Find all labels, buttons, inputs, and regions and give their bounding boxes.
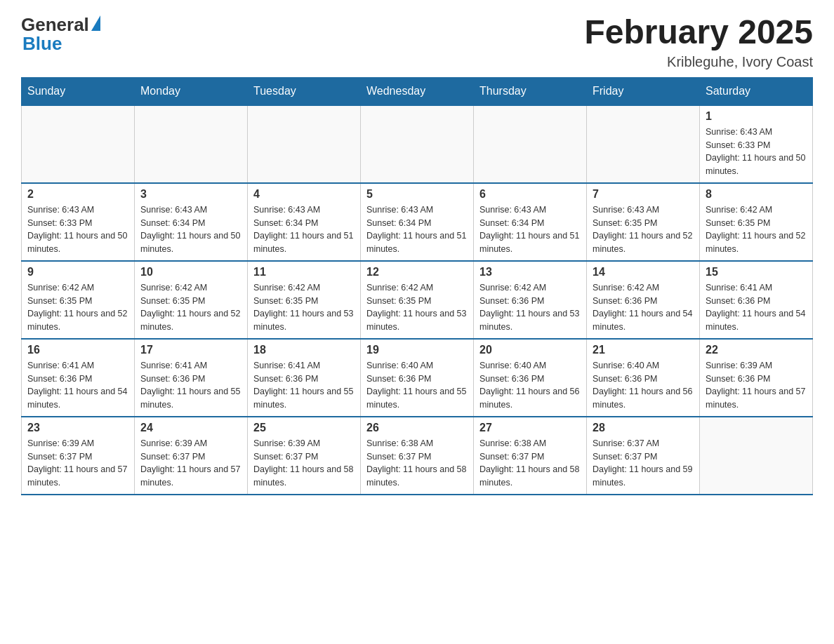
day-number: 21	[593, 344, 694, 356]
logo-triangle-icon	[91, 15, 100, 31]
day-number: 26	[366, 422, 468, 434]
day-info: Sunrise: 6:41 AM Sunset: 6:36 PM Dayligh…	[27, 359, 128, 412]
day-number: 23	[27, 422, 128, 434]
day-info: Sunrise: 6:42 AM Sunset: 6:35 PM Dayligh…	[253, 281, 355, 334]
week-row-4: 16Sunrise: 6:41 AM Sunset: 6:36 PM Dayli…	[22, 339, 813, 417]
calendar-cell: 14Sunrise: 6:42 AM Sunset: 6:36 PM Dayli…	[587, 261, 700, 339]
day-info: Sunrise: 6:40 AM Sunset: 6:36 PM Dayligh…	[479, 359, 581, 412]
calendar-cell: 24Sunrise: 6:39 AM Sunset: 6:37 PM Dayli…	[135, 417, 248, 495]
calendar-cell: 10Sunrise: 6:42 AM Sunset: 6:35 PM Dayli…	[135, 261, 248, 339]
month-title: February 2025	[584, 14, 813, 51]
day-number: 28	[593, 422, 694, 434]
day-info: Sunrise: 6:39 AM Sunset: 6:36 PM Dayligh…	[706, 359, 807, 412]
day-info: Sunrise: 6:38 AM Sunset: 6:37 PM Dayligh…	[366, 437, 468, 490]
week-row-1: 1Sunrise: 6:43 AM Sunset: 6:33 PM Daylig…	[22, 105, 813, 183]
day-info: Sunrise: 6:43 AM Sunset: 6:34 PM Dayligh…	[479, 203, 581, 256]
header-thursday: Thursday	[474, 77, 587, 105]
day-number: 13	[479, 266, 581, 279]
calendar-cell	[361, 105, 474, 183]
calendar-cell: 17Sunrise: 6:41 AM Sunset: 6:36 PM Dayli…	[135, 339, 248, 417]
day-info: Sunrise: 6:37 AM Sunset: 6:37 PM Dayligh…	[593, 437, 694, 490]
week-row-2: 2Sunrise: 6:43 AM Sunset: 6:33 PM Daylig…	[22, 183, 813, 261]
calendar-cell	[474, 105, 587, 183]
calendar-cell: 16Sunrise: 6:41 AM Sunset: 6:36 PM Dayli…	[22, 339, 135, 417]
calendar-cell: 13Sunrise: 6:42 AM Sunset: 6:36 PM Dayli…	[474, 261, 587, 339]
calendar-cell: 22Sunrise: 6:39 AM Sunset: 6:36 PM Dayli…	[700, 339, 813, 417]
calendar-cell	[248, 105, 361, 183]
day-info: Sunrise: 6:39 AM Sunset: 6:37 PM Dayligh…	[27, 437, 128, 490]
day-number: 25	[253, 422, 355, 434]
header-monday: Monday	[135, 77, 248, 105]
calendar-cell: 25Sunrise: 6:39 AM Sunset: 6:37 PM Dayli…	[248, 417, 361, 495]
calendar-cell: 8Sunrise: 6:42 AM Sunset: 6:35 PM Daylig…	[700, 183, 813, 261]
calendar-cell: 1Sunrise: 6:43 AM Sunset: 6:33 PM Daylig…	[700, 105, 813, 183]
calendar-cell	[22, 105, 135, 183]
day-number: 2	[27, 188, 128, 201]
calendar-cell: 26Sunrise: 6:38 AM Sunset: 6:37 PM Dayli…	[361, 417, 474, 495]
calendar-cell: 7Sunrise: 6:43 AM Sunset: 6:35 PM Daylig…	[587, 183, 700, 261]
calendar-cell: 21Sunrise: 6:40 AM Sunset: 6:36 PM Dayli…	[587, 339, 700, 417]
week-row-5: 23Sunrise: 6:39 AM Sunset: 6:37 PM Dayli…	[22, 417, 813, 495]
header-wednesday: Wednesday	[361, 77, 474, 105]
day-info: Sunrise: 6:42 AM Sunset: 6:35 PM Dayligh…	[140, 281, 241, 334]
day-number: 15	[706, 266, 807, 279]
calendar-cell: 11Sunrise: 6:42 AM Sunset: 6:35 PM Dayli…	[248, 261, 361, 339]
logo-text-blue: Blue	[22, 33, 62, 55]
header-saturday: Saturday	[700, 77, 813, 105]
calendar-cell: 4Sunrise: 6:43 AM Sunset: 6:34 PM Daylig…	[248, 183, 361, 261]
day-info: Sunrise: 6:43 AM Sunset: 6:34 PM Dayligh…	[253, 203, 355, 256]
day-number: 10	[140, 266, 241, 279]
day-number: 20	[479, 344, 581, 356]
calendar-cell: 12Sunrise: 6:42 AM Sunset: 6:35 PM Dayli…	[361, 261, 474, 339]
day-info: Sunrise: 6:42 AM Sunset: 6:36 PM Dayligh…	[593, 281, 694, 334]
weekday-header-row: SundayMondayTuesdayWednesdayThursdayFrid…	[22, 77, 813, 105]
location: Kribleguhe, Ivory Coast	[584, 54, 813, 70]
calendar-table: SundayMondayTuesdayWednesdayThursdayFrid…	[21, 77, 813, 495]
calendar-cell: 18Sunrise: 6:41 AM Sunset: 6:36 PM Dayli…	[248, 339, 361, 417]
day-info: Sunrise: 6:42 AM Sunset: 6:35 PM Dayligh…	[366, 281, 468, 334]
day-number: 11	[253, 266, 355, 279]
day-info: Sunrise: 6:40 AM Sunset: 6:36 PM Dayligh…	[366, 359, 468, 412]
calendar-cell	[135, 105, 248, 183]
day-info: Sunrise: 6:43 AM Sunset: 6:34 PM Dayligh…	[140, 203, 241, 256]
calendar-cell: 2Sunrise: 6:43 AM Sunset: 6:33 PM Daylig…	[22, 183, 135, 261]
day-number: 6	[479, 188, 581, 201]
calendar-cell	[700, 417, 813, 495]
day-info: Sunrise: 6:43 AM Sunset: 6:33 PM Dayligh…	[27, 203, 128, 256]
day-number: 22	[706, 344, 807, 356]
day-info: Sunrise: 6:41 AM Sunset: 6:36 PM Dayligh…	[706, 281, 807, 334]
day-number: 1	[706, 110, 807, 123]
day-info: Sunrise: 6:40 AM Sunset: 6:36 PM Dayligh…	[593, 359, 694, 412]
calendar-cell: 3Sunrise: 6:43 AM Sunset: 6:34 PM Daylig…	[135, 183, 248, 261]
day-number: 27	[479, 422, 581, 434]
calendar-cell: 27Sunrise: 6:38 AM Sunset: 6:37 PM Dayli…	[474, 417, 587, 495]
day-number: 24	[140, 422, 241, 434]
day-number: 16	[27, 344, 128, 356]
day-number: 8	[706, 188, 807, 201]
day-number: 9	[27, 266, 128, 279]
day-number: 19	[366, 344, 468, 356]
day-number: 17	[140, 344, 241, 356]
day-number: 7	[593, 188, 694, 201]
day-number: 4	[253, 188, 355, 201]
logo: General Blue	[21, 14, 100, 55]
header-friday: Friday	[587, 77, 700, 105]
day-info: Sunrise: 6:39 AM Sunset: 6:37 PM Dayligh…	[140, 437, 241, 490]
day-info: Sunrise: 6:43 AM Sunset: 6:33 PM Dayligh…	[706, 126, 807, 178]
day-info: Sunrise: 6:43 AM Sunset: 6:34 PM Dayligh…	[366, 203, 468, 256]
header-sunday: Sunday	[22, 77, 135, 105]
day-info: Sunrise: 6:38 AM Sunset: 6:37 PM Dayligh…	[479, 437, 581, 490]
calendar-cell: 28Sunrise: 6:37 AM Sunset: 6:37 PM Dayli…	[587, 417, 700, 495]
title-area: February 2025 Kribleguhe, Ivory Coast	[584, 14, 813, 70]
day-info: Sunrise: 6:41 AM Sunset: 6:36 PM Dayligh…	[253, 359, 355, 412]
day-info: Sunrise: 6:42 AM Sunset: 6:35 PM Dayligh…	[706, 203, 807, 256]
day-number: 14	[593, 266, 694, 279]
calendar-cell: 5Sunrise: 6:43 AM Sunset: 6:34 PM Daylig…	[361, 183, 474, 261]
day-info: Sunrise: 6:39 AM Sunset: 6:37 PM Dayligh…	[253, 437, 355, 490]
day-info: Sunrise: 6:42 AM Sunset: 6:35 PM Dayligh…	[27, 281, 128, 334]
calendar-cell: 9Sunrise: 6:42 AM Sunset: 6:35 PM Daylig…	[22, 261, 135, 339]
week-row-3: 9Sunrise: 6:42 AM Sunset: 6:35 PM Daylig…	[22, 261, 813, 339]
calendar-cell: 23Sunrise: 6:39 AM Sunset: 6:37 PM Dayli…	[22, 417, 135, 495]
calendar-cell	[587, 105, 700, 183]
calendar-cell: 20Sunrise: 6:40 AM Sunset: 6:36 PM Dayli…	[474, 339, 587, 417]
